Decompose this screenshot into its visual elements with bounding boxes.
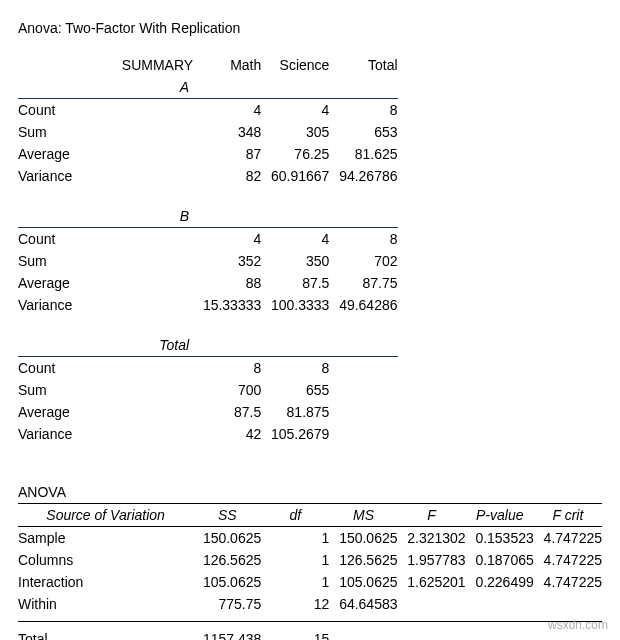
report-title: Anova: Two-Factor With Replication (18, 20, 602, 36)
cell: 126.5625 (193, 549, 261, 571)
cell: 81.625 (329, 143, 397, 165)
table-row: Variance 15.33333 100.3333 49.64286 (18, 294, 602, 316)
cell: 15.33333 (193, 294, 261, 316)
table-row: Count 8 8 (18, 357, 602, 380)
cell: 775.75 (193, 593, 261, 615)
cell: 4.747225 (534, 527, 602, 550)
cell: 350 (261, 250, 329, 272)
cell: 49.64286 (329, 294, 397, 316)
cell: 1 (261, 527, 329, 550)
row-label: Count (18, 228, 193, 251)
cell: 0.187065 (466, 549, 534, 571)
table-row: Count 4 4 8 (18, 99, 602, 122)
cell: 87.5 (193, 401, 261, 423)
table-row: Sum 700 655 (18, 379, 602, 401)
cell: 2.321302 (398, 527, 466, 550)
col-ss: SS (193, 504, 261, 527)
row-label: Sum (18, 379, 193, 401)
cell: 0.226499 (466, 571, 534, 593)
col-f: F (398, 504, 466, 527)
cell: 100.3333 (261, 294, 329, 316)
cell: 150.0625 (193, 527, 261, 550)
col-ms: MS (329, 504, 397, 527)
table-row: Variance 42 105.2679 (18, 423, 602, 445)
row-label: Average (18, 401, 193, 423)
table-row: Variance 82 60.91667 94.26786 (18, 165, 602, 187)
cell: 702 (329, 250, 397, 272)
table-row: Count 4 4 8 (18, 228, 602, 251)
cell: 8 (193, 357, 261, 380)
cell: 105.0625 (329, 571, 397, 593)
cell: 1157.438 (193, 628, 261, 640)
cell: 105.2679 (261, 423, 329, 445)
table-row: Sum 352 350 702 (18, 250, 602, 272)
cell: 653 (329, 121, 397, 143)
col-fcrit: F crit (534, 504, 602, 527)
col-total: Total (329, 54, 397, 76)
cell: 1.625201 (398, 571, 466, 593)
cell: 8 (329, 99, 397, 122)
cell: 76.25 (261, 143, 329, 165)
cell: 1 (261, 571, 329, 593)
row-label: Interaction (18, 571, 193, 593)
cell: 8 (329, 228, 397, 251)
cell: 15 (261, 628, 329, 640)
table-row: Within 775.75 12 64.64583 (18, 593, 602, 615)
cell: 87 (193, 143, 261, 165)
cell: 12 (261, 593, 329, 615)
cell: 64.64583 (329, 593, 397, 615)
row-label: Total (18, 628, 193, 640)
col-p: P-value (466, 504, 534, 527)
row-label: Variance (18, 423, 193, 445)
cell: 4.747225 (534, 571, 602, 593)
row-label: Sample (18, 527, 193, 550)
row-label: Average (18, 143, 193, 165)
table-row: Average 87.5 81.875 (18, 401, 602, 423)
cell: 60.91667 (261, 165, 329, 187)
row-label: Sum (18, 121, 193, 143)
cell: 126.5625 (329, 549, 397, 571)
cell: 88 (193, 272, 261, 294)
table-row: Sum 348 305 653 (18, 121, 602, 143)
table-row: Average 88 87.5 87.75 (18, 272, 602, 294)
summary-label: SUMMARY (18, 54, 193, 76)
table-row: Average 87 76.25 81.625 (18, 143, 602, 165)
row-label: Variance (18, 294, 193, 316)
group-total-header: Total (18, 334, 193, 357)
cell: 4 (193, 99, 261, 122)
cell: 105.0625 (193, 571, 261, 593)
anova-label: ANOVA (18, 481, 193, 504)
cell: 4.747225 (534, 549, 602, 571)
row-label: Columns (18, 549, 193, 571)
cell: 655 (261, 379, 329, 401)
table-row: Columns 126.5625 1 126.5625 1.957783 0.1… (18, 549, 602, 571)
cell: 82 (193, 165, 261, 187)
cell: 81.875 (261, 401, 329, 423)
row-label: Variance (18, 165, 193, 187)
cell: 348 (193, 121, 261, 143)
cell: 4 (261, 228, 329, 251)
cell: 4 (261, 99, 329, 122)
cell: 1.957783 (398, 549, 466, 571)
cell: 1 (261, 549, 329, 571)
cell: 150.0625 (329, 527, 397, 550)
group-b-header: B (18, 205, 193, 228)
cell: 352 (193, 250, 261, 272)
table-row: Total 1157.438 15 (18, 628, 602, 640)
cell: 87.5 (261, 272, 329, 294)
cell: 8 (261, 357, 329, 380)
cell: 87.75 (329, 272, 397, 294)
cell: 700 (193, 379, 261, 401)
col-science: Science (261, 54, 329, 76)
row-label: Sum (18, 250, 193, 272)
row-label: Within (18, 593, 193, 615)
table-row: Interaction 105.0625 1 105.0625 1.625201… (18, 571, 602, 593)
summary-table: SUMMARY Math Science Total A Count 4 4 8… (18, 54, 602, 640)
cell: 305 (261, 121, 329, 143)
table-row: Sample 150.0625 1 150.0625 2.321302 0.15… (18, 527, 602, 550)
cell: 94.26786 (329, 165, 397, 187)
watermark: wsxdn.com (548, 618, 608, 632)
col-source: Source of Variation (18, 504, 193, 527)
row-label: Count (18, 99, 193, 122)
row-label: Count (18, 357, 193, 380)
